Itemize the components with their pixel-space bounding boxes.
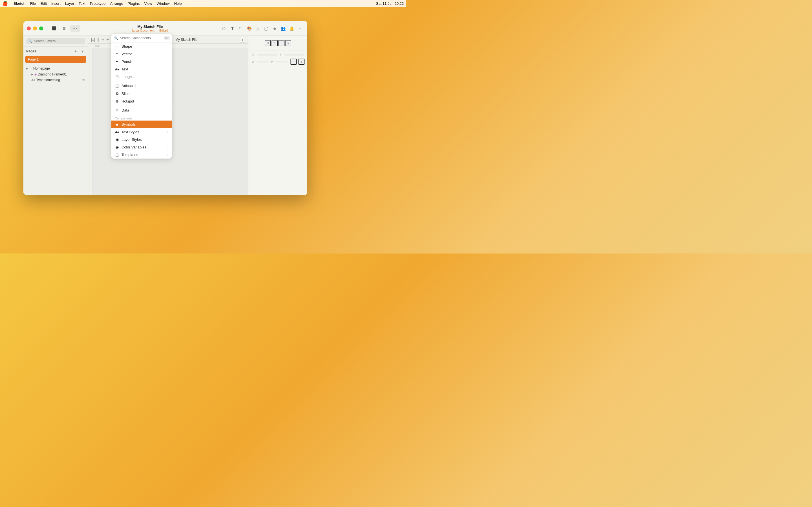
pages-chevron-button[interactable]: ▾ [80,48,85,54]
toolbar-color-btn[interactable]: 🎨 [245,24,253,33]
align-icon-2[interactable]: ‖ [97,38,99,42]
hotspot-label: Hotspot [121,99,168,103]
mask-icon: △ [256,26,259,31]
close-button[interactable] [27,26,31,31]
dropdown-item-data[interactable]: ≡ Data › [111,107,172,114]
align-icon-3[interactable]: ⊣ [101,38,104,42]
pencil-icon: ✒ [115,60,119,63]
menubar-arrange[interactable]: Arrange [110,1,123,6]
dropdown-item-layer-styles[interactable]: ◉ Layer Styles › [111,136,172,144]
dropdown-item-hotspot[interactable]: ⊕ Hotspot [111,98,172,105]
artboard-menu-icon: ⬚ [115,83,119,88]
add-page-button[interactable]: + [73,48,79,54]
align-icon-4[interactable]: ⊢ [106,38,109,42]
toolbar-artboard-btn[interactable]: ⬚ [237,24,245,33]
dropdown-item-pencil[interactable]: ✒ Pencil [111,58,172,65]
text-layer-icon: Aa [31,78,35,82]
dropdown-item-artboard[interactable]: ⬚ Artboard [111,82,172,90]
inspector-spacing-btn[interactable]: ⋮ [278,40,285,46]
menubar-layer[interactable]: Layer [65,1,74,6]
menubar-app-name[interactable]: Sketch [13,1,26,6]
toolbar-collab-btn[interactable]: 👥 [279,24,287,33]
dropdown-item-slice[interactable]: ⧉ Slice [111,90,172,98]
dropdown-item-symbols[interactable]: ◆ Symbols › [111,121,172,128]
color-icon: 🎨 [247,26,252,31]
insert-dropdown-menu: 🔍 ⌘/ ▱ Shape › ✏ Vector ✒ Pencil [111,34,172,159]
doc-subtitle: Local Document — Edited [132,29,168,32]
toolbar-more-btn[interactable]: » [296,24,304,33]
grid-view-button[interactable]: ⊞ [60,25,68,32]
search-layers-wrapper[interactable]: 🔍 [26,38,85,44]
menubar-plugins[interactable]: Plugins [128,1,140,6]
layers-icon: ⬛ [52,26,56,31]
insert-button[interactable]: + ▾ [70,25,80,32]
inspector-distribute-btn[interactable]: ≡ [271,40,278,46]
layer-item-text-label: Type something [36,78,60,82]
layer-item-label: Diamond Frame/01 [38,72,67,76]
text-styles-icon: Aa [115,130,119,134]
menubar-file[interactable]: File [30,1,36,6]
inspector-align-btn[interactable]: ⊞ [265,40,271,46]
dropdown-item-color-vars[interactable]: ◉ Color Variables › [111,144,172,151]
visibility-icon[interactable]: 👁 [82,78,85,82]
shape-label: Shape [121,44,165,48]
minimize-button[interactable] [33,26,37,31]
toolbar-component-btn[interactable]: ◆ [271,24,278,33]
maximize-button[interactable] [39,26,43,31]
x-label: X [251,53,255,56]
text-tool-icon: T [231,26,234,31]
menubar-prototype[interactable]: Prototype [90,1,106,6]
menubar: 🍎 Sketch File Edit Insert Layer Text Pro… [0,0,406,7]
w-field[interactable] [257,61,269,62]
y-field[interactable] [285,54,305,56]
menubar-view[interactable]: View [144,1,152,6]
align-icon-1[interactable]: [≡] [91,38,95,42]
menubar-edit[interactable]: Edit [41,1,47,6]
collapse-icon: ▶ [26,67,28,70]
component-layer-icon: ◈ [35,73,37,76]
menubar-clock: Sat 11 Jun 20:22 [376,1,404,6]
search-components-input[interactable] [120,36,162,40]
dropdown-item-templates[interactable]: ⬚ Templates › [111,151,172,159]
collab-icon: 👥 [281,26,286,31]
doc-title-area: My Sketch File Local Document — Edited [83,24,218,32]
component-icon: ◆ [273,26,276,31]
dropdown-item-image[interactable]: ⊞ Image... [111,73,172,80]
toolbar-symbol-btn[interactable]: ◯ [262,24,270,33]
toolbar-notify-btn[interactable]: 🔔 [288,24,296,33]
dropdown-item-shape[interactable]: ▱ Shape › [111,43,172,50]
app-window: ⬛ ⊞ + ▾ My Sketch File Local Document — … [23,21,307,195]
h-field[interactable] [276,61,288,62]
inspector-panel: ⊞ ≡ ⋮ » X Y [248,36,307,195]
symbols-label: Symbols [121,122,165,126]
color-vars-arrow-icon: › [167,146,168,149]
slice-icon: ⧉ [115,91,119,96]
layer-item-diamond[interactable]: ▶ ◈ Diamond Frame/01 [23,71,88,77]
layers-view-button[interactable]: ⬛ [50,25,58,32]
prototyping-icon: ⬡ [222,26,225,31]
text-styles-label: Text Styles [121,130,165,134]
flip-h-btn[interactable]: ↔ [290,59,297,65]
pencil-label: Pencil [121,59,168,64]
slice-label: Slice [121,92,168,96]
x-field[interactable] [257,54,277,56]
layer-group-homepage[interactable]: ▶ ⬚ Homepage [23,65,88,71]
toolbar-prototyping-btn[interactable]: ⬡ [220,24,228,33]
page-item-page1[interactable]: Page 1 [25,56,86,63]
menubar-window[interactable]: Window [156,1,169,6]
ruler-mark-800: 800 [95,45,100,47]
dropdown-item-text-styles[interactable]: Aa Text Styles › [111,128,172,136]
menubar-insert[interactable]: Insert [51,1,61,6]
layer-item-text[interactable]: Aa Type something 👁 [23,77,88,83]
dropdown-item-vector[interactable]: ✏ Vector [111,50,172,58]
toolbar-text-btn[interactable]: T [229,24,236,33]
flip-v-btn[interactable]: ↕ [298,59,305,65]
menubar-text[interactable]: Text [79,1,86,6]
expand-icon: ▶ [31,73,33,76]
canvas-add-button[interactable]: + [240,37,245,43]
toolbar-mask-btn[interactable]: △ [254,24,262,33]
inspector-more-btn[interactable]: » [285,40,291,46]
dropdown-item-text[interactable]: Aa Text [111,65,172,73]
menubar-help[interactable]: Help [174,1,182,6]
search-layers-input[interactable] [34,39,83,43]
